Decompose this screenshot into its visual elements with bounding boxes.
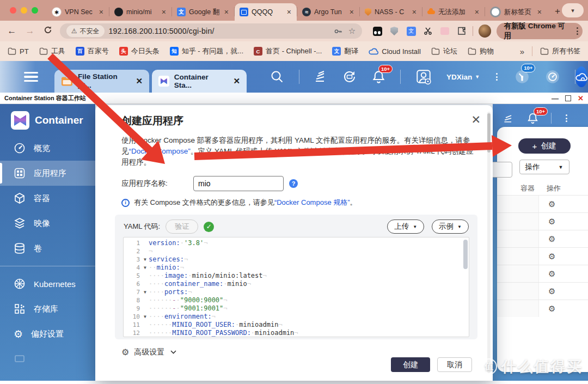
extensions-puzzle-icon[interactable] (456, 26, 467, 36)
browser-tab-google[interactable]: 文Google 翻× (172, 3, 234, 21)
back-button[interactable]: ← (5, 26, 18, 36)
saved-password-key-icon[interactable] (334, 27, 343, 36)
external-device-sync-icon[interactable] (342, 69, 357, 84)
myqnapcloud-icon[interactable] (575, 66, 587, 87)
cancel-button[interactable]: 取消 (437, 357, 472, 372)
editor-scrollbar[interactable] (463, 240, 468, 269)
bookmark-cloudinstall[interactable]: Cloud Install (369, 47, 421, 56)
profile-avatar[interactable] (479, 25, 491, 38)
docker-compose-link[interactable]: “Docker Compose” (129, 147, 191, 155)
window-close-icon[interactable]: ✕ (578, 94, 584, 102)
scissors-extension-icon[interactable] (422, 26, 433, 36)
browser-tab-cloudflare[interactable]: 无法添加× (422, 3, 485, 21)
tab-close-icon[interactable]: × (224, 8, 229, 16)
adblock-extension-icon[interactable] (372, 26, 383, 36)
fold-arrow-icon[interactable]: ▼ (142, 257, 149, 262)
main-menu-hamburger-icon[interactable] (24, 72, 38, 82)
row-settings-gear-icon[interactable]: ⚙ (548, 304, 555, 314)
bookmark-tools[interactable]: 工具 (39, 46, 65, 56)
docker-compose-spec-link[interactable]: “Docker Compose 规格” (274, 198, 350, 206)
code-line[interactable]: 5····image:·minio/minio:latest¬ (124, 272, 469, 280)
action-dropdown[interactable]: 操作 ▼ (519, 160, 569, 174)
yaml-code-editor[interactable]: 1version:·'3.8'¬2¬3▼services:¬4▼··minio:… (123, 237, 469, 337)
tab-close-icon[interactable]: × (349, 8, 354, 16)
browser-tab-qqqq[interactable]: QQQQ× (235, 3, 297, 21)
tab-close-icon[interactable]: × (286, 8, 292, 16)
resource-monitor-icon[interactable]: 10+ (514, 69, 530, 85)
bookmark-shopping[interactable]: 购物 (468, 46, 494, 56)
tab-close-icon[interactable]: × (412, 8, 417, 16)
security-chip[interactable]: ⚠ 不安全 (66, 25, 105, 37)
address-bar[interactable]: ⚠ 不安全 192.168.200.110:5000/cgi-bin/ ☆ (60, 23, 362, 39)
tab-close-icon[interactable]: × (474, 8, 480, 16)
sidebar-item-overview[interactable]: 概览 (0, 136, 95, 161)
tab-close-icon[interactable]: × (161, 8, 167, 16)
translate-extension-icon[interactable]: 文 (406, 26, 416, 36)
validate-button[interactable]: 验证 (166, 220, 198, 234)
code-line[interactable]: 6····container_name:·minio¬ (124, 280, 469, 288)
bookmarks-overflow-chevron[interactable]: » (520, 47, 524, 56)
shield-extension-icon[interactable] (389, 26, 400, 36)
fold-arrow-icon[interactable]: ▼ (142, 290, 149, 295)
code-line[interactable]: 9······-·"9001:9001"¬ (124, 304, 469, 313)
sidebar-item-volumes[interactable]: 卷 (0, 236, 95, 261)
code-line[interactable]: 7▼····ports:¬ (124, 288, 469, 296)
row-settings-gear-icon[interactable]: ⚙ (548, 269, 555, 279)
upload-dropdown-button[interactable]: 上传 ▼ (387, 220, 424, 234)
create-application-button[interactable]: + 创建 (518, 138, 571, 154)
application-name-input[interactable] (193, 176, 284, 191)
user-avatar-icon[interactable] (415, 68, 432, 86)
close-tab-icon[interactable]: ✕ (136, 76, 143, 86)
bookmark-chiphell[interactable]: C首页 - Chiphell -... (254, 46, 322, 56)
forward-button[interactable]: → (23, 26, 36, 36)
sidebar-item-containers[interactable]: 容器 (0, 186, 95, 211)
example-dropdown-button[interactable]: 示例 ▼ (432, 220, 469, 234)
tab-search-chevron-icon[interactable]: ▾ (562, 3, 584, 17)
tab-close-icon[interactable]: × (99, 8, 104, 16)
qts-tab-container-station[interactable]: Container Sta... ✕ (152, 70, 247, 93)
bookmark-toutiao[interactable]: 头今日头条 (119, 46, 160, 56)
all-bookmarks-folder[interactable]: 所有书签 (540, 46, 580, 56)
code-line[interactable]: 1version:·'3.8'¬ (124, 239, 469, 247)
tasks-icon[interactable] (503, 112, 514, 124)
row-settings-gear-icon[interactable]: ⚙ (548, 217, 555, 227)
fold-arrow-icon[interactable]: ▼ (142, 314, 149, 319)
bookmark-baijiahao[interactable]: 百百家号 (76, 46, 109, 56)
tab-close-icon[interactable]: × (537, 8, 542, 16)
dialog-scrollbar[interactable] (487, 112, 491, 373)
dialog-close-icon[interactable]: ✕ (471, 114, 481, 125)
browser-tab-argo[interactable]: ≈Argo Tun× (297, 3, 359, 21)
row-settings-gear-icon[interactable]: ⚙ (548, 199, 555, 209)
bookmark-forum[interactable]: 论坛 (431, 46, 457, 56)
browser-menu-icon[interactable] (574, 25, 580, 37)
row-settings-gear-icon[interactable]: ⚙ (548, 287, 555, 296)
code-line[interactable]: 8······-·"9000:9000"¬ (124, 296, 469, 304)
window-restore-icon[interactable] (565, 95, 571, 101)
sidebar-item-applications[interactable]: 应用程序 (0, 161, 95, 186)
bookmark-zhihu[interactable]: 知知乎 - 有问题，就... (170, 46, 243, 56)
global-search-icon[interactable] (270, 69, 285, 84)
code-line[interactable]: 11······MINIO_ROOT_USER:·minioadmin¬ (124, 321, 469, 329)
url-text[interactable]: 192.168.200.110:5000/cgi-bin/ (109, 27, 215, 35)
close-window-icon[interactable] (10, 7, 16, 14)
code-line[interactable]: 12······MINIO_ROOT_PASSWORD:·minioadmin¬ (124, 329, 469, 337)
fold-arrow-icon[interactable]: ▼ (142, 265, 149, 270)
row-settings-gear-icon[interactable]: ⚙ (548, 234, 555, 244)
more-options-icon[interactable] (494, 71, 500, 83)
notifications-bell-icon[interactable]: 10+ (371, 70, 386, 84)
code-line[interactable]: 3▼services:¬ (124, 255, 469, 264)
bell-icon[interactable]: 10+ (526, 112, 539, 125)
browser-tab-nass[interactable]: NASS - C× (360, 3, 422, 21)
dashboard-gauge-icon[interactable] (544, 69, 561, 85)
more-options-icon[interactable] (564, 112, 569, 124)
qts-tab-file-station[interactable]: File Station 文... ✕ (54, 70, 149, 93)
sidebar-item-kubernetes[interactable]: Kubernetes (0, 271, 95, 296)
browser-tab-newtab[interactable]: 新标签页× (485, 3, 547, 21)
background-tasks-icon[interactable] (314, 70, 328, 84)
code-line[interactable]: 2¬ (124, 247, 469, 255)
reload-button[interactable] (42, 26, 54, 37)
create-button[interactable]: 创建 (391, 357, 430, 372)
minimize-window-icon[interactable] (21, 7, 27, 14)
username-menu[interactable]: YDXian ▼ (446, 73, 480, 81)
sidebar-item-images[interactable]: 映像 (0, 211, 95, 236)
